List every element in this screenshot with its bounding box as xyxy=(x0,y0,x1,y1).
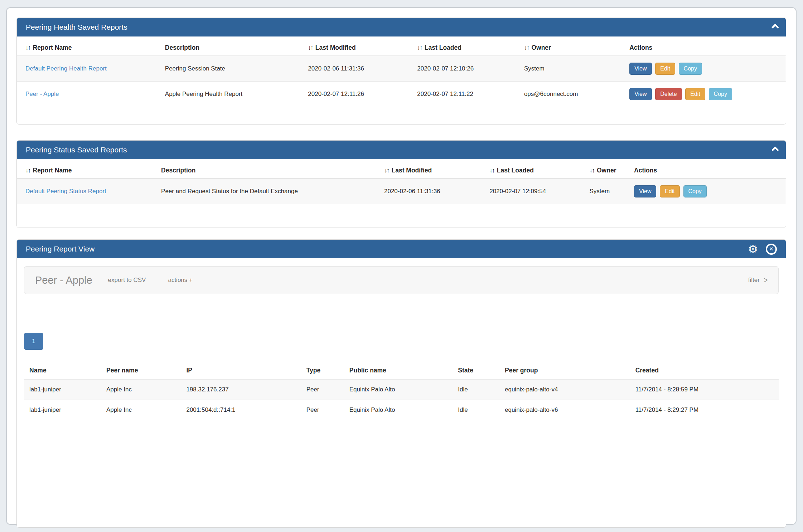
description-cell: Apple Peering Health Report xyxy=(161,82,305,107)
ip-cell: 198.32.176.237 xyxy=(181,379,301,400)
pagination-page-1-button[interactable]: 1 xyxy=(24,333,43,350)
owner-cell: System xyxy=(586,179,630,204)
last-loaded-cell: 2020-02-07 12:11:22 xyxy=(413,82,521,107)
last-loaded-cell: 2020-02-07 12:10:26 xyxy=(413,56,521,82)
report-link[interactable]: Peer - Apple xyxy=(25,91,59,97)
owner-cell: ops@6connect.com xyxy=(521,82,626,107)
report-link[interactable]: Default Peering Status Report xyxy=(25,188,106,195)
column-header-ip: IP xyxy=(181,363,301,379)
column-header-name: Name xyxy=(24,363,101,379)
sort-icon: ↓↑ xyxy=(524,44,529,51)
peer-group-cell: equinix-palo-alto-v6 xyxy=(499,400,630,420)
chevron-right-icon: > xyxy=(764,275,768,285)
sort-icon: ↓↑ xyxy=(25,44,30,51)
peering-status-panel-header: Peering Status Saved Reports xyxy=(17,141,786,159)
delete-button[interactable]: Delete xyxy=(655,88,682,100)
panel-title: Peering Health Saved Reports xyxy=(26,23,127,31)
last-modified-cell: 2020-02-06 11:31:36 xyxy=(304,56,413,82)
table-header-row: ↓↑Report Name Description ↓↑Last Modifie… xyxy=(17,163,786,179)
peer-group-cell: equinix-palo-alto-v4 xyxy=(499,379,630,400)
owner-cell: System xyxy=(521,56,626,82)
column-header-type: Type xyxy=(301,363,344,379)
created-cell: 11/7/2014 - 8:29:27 PM xyxy=(630,400,779,420)
collapse-chevron-up-icon[interactable] xyxy=(771,23,779,31)
state-cell: Idle xyxy=(453,379,499,400)
health-reports-table: ↓↑Report Name Description ↓↑Last Modifie… xyxy=(17,41,786,107)
column-header-peer-name: Peer name xyxy=(101,363,181,379)
gear-icon[interactable]: ⚙ xyxy=(748,244,758,255)
copy-button[interactable]: Copy xyxy=(679,63,702,75)
table-row: Peer - Apple Apple Peering Health Report… xyxy=(17,82,786,107)
created-cell: 11/7/2014 - 8:28:59 PM xyxy=(630,379,779,400)
column-header-last-loaded[interactable]: ↓↑Last Loaded xyxy=(486,163,586,179)
report-name-cell: Peer - Apple xyxy=(17,82,161,107)
peering-health-saved-reports-panel: Peering Health Saved Reports ↓↑Report Na… xyxy=(16,18,786,125)
close-icon[interactable]: ✕ xyxy=(766,244,777,255)
peer-report-table: Name Peer name IP Type Public name State… xyxy=(24,363,779,420)
column-header-report-name[interactable]: ↓↑Report Name xyxy=(17,41,161,56)
column-header-actions: Actions xyxy=(626,41,786,56)
peer-name-cell: Apple Inc xyxy=(101,400,181,420)
edit-button[interactable]: Edit xyxy=(685,88,705,100)
table-header-row: Name Peer name IP Type Public name State… xyxy=(24,363,779,379)
actions-cell: View Delete Edit Copy xyxy=(626,82,786,107)
table-row: lab1-juniper Apple Inc 198.32.176.237 Pe… xyxy=(24,379,779,400)
copy-button[interactable]: Copy xyxy=(709,88,732,100)
peering-health-panel-body: ↓↑Report Name Description ↓↑Last Modifie… xyxy=(17,41,786,124)
report-toolbar: Peer - Apple export to CSV actions + fil… xyxy=(24,266,779,294)
table-row: Default Peering Status Report Peer and R… xyxy=(17,179,786,204)
panel-title: Peering Status Saved Reports xyxy=(26,146,127,154)
table-row: lab1-juniper Apple Inc 2001:504:d::714:1… xyxy=(24,400,779,420)
actions-cell: View Edit Copy xyxy=(626,56,786,82)
report-link[interactable]: Default Peering Health Report xyxy=(25,65,107,72)
panel-title: Peering Report View xyxy=(26,245,95,253)
type-cell: Peer xyxy=(301,400,344,420)
copy-button[interactable]: Copy xyxy=(683,185,707,197)
actions-menu-link[interactable]: actions + xyxy=(168,277,193,284)
name-cell: lab1-juniper xyxy=(24,379,101,400)
collapse-chevron-up-icon[interactable] xyxy=(771,146,779,153)
column-header-created: Created xyxy=(630,363,779,379)
table-header-row: ↓↑Report Name Description ↓↑Last Modifie… xyxy=(17,41,786,56)
last-modified-cell: 2020-02-07 12:11:26 xyxy=(304,82,413,107)
sort-icon: ↓↑ xyxy=(25,167,30,174)
sort-icon: ↓↑ xyxy=(417,44,422,51)
column-header-public-name: Public name xyxy=(344,363,453,379)
filter-toggle[interactable]: filter > xyxy=(748,276,768,284)
last-modified-cell: 2020-02-06 11:31:36 xyxy=(381,179,486,204)
sort-icon: ↓↑ xyxy=(589,167,594,174)
column-header-description: Description xyxy=(158,163,381,179)
table-row: Default Peering Health Report Peering Se… xyxy=(17,56,786,82)
sort-icon: ↓↑ xyxy=(308,44,313,51)
view-button[interactable]: View xyxy=(629,88,652,100)
status-reports-table: ↓↑Report Name Description ↓↑Last Modifie… xyxy=(17,163,786,204)
column-header-owner[interactable]: ↓↑Owner xyxy=(521,41,626,56)
view-button[interactable]: View xyxy=(629,63,652,75)
state-cell: Idle xyxy=(453,400,499,420)
peering-health-panel-header: Peering Health Saved Reports xyxy=(17,18,786,36)
description-cell: Peer and Request Status for the Default … xyxy=(158,179,381,204)
peering-report-view-panel: Peering Report View ⚙ ✕ Peer - Apple exp… xyxy=(16,239,786,528)
edit-button[interactable]: Edit xyxy=(655,63,675,75)
view-button[interactable]: View xyxy=(634,185,656,197)
ip-cell: 2001:504:d::714:1 xyxy=(181,400,301,420)
peering-report-view-body: Peer - Apple export to CSV actions + fil… xyxy=(17,266,786,527)
column-header-last-modified[interactable]: ↓↑Last Modified xyxy=(381,163,486,179)
export-to-csv-link[interactable]: export to CSV xyxy=(108,277,146,284)
column-header-owner[interactable]: ↓↑Owner xyxy=(586,163,630,179)
column-header-last-modified[interactable]: ↓↑Last Modified xyxy=(304,41,413,56)
column-header-state: State xyxy=(453,363,499,379)
column-header-peer-group: Peer group xyxy=(499,363,630,379)
type-cell: Peer xyxy=(301,379,344,400)
column-header-report-name[interactable]: ↓↑Report Name xyxy=(17,163,158,179)
description-cell: Peering Session State xyxy=(161,56,305,82)
report-name-cell: Default Peering Health Report xyxy=(17,56,161,82)
close-x-glyph: ✕ xyxy=(769,246,774,252)
header-icon-group: ⚙ ✕ xyxy=(748,244,777,255)
peering-status-panel-body: ↓↑Report Name Description ↓↑Last Modifie… xyxy=(17,163,786,228)
peering-report-view-panel-header: Peering Report View ⚙ ✕ xyxy=(17,240,786,258)
edit-button[interactable]: Edit xyxy=(660,185,680,197)
column-header-last-loaded[interactable]: ↓↑Last Loaded xyxy=(413,41,521,56)
public-name-cell: Equinix Palo Alto xyxy=(344,379,453,400)
main-content-container: Peering Health Saved Reports ↓↑Report Na… xyxy=(6,7,797,525)
